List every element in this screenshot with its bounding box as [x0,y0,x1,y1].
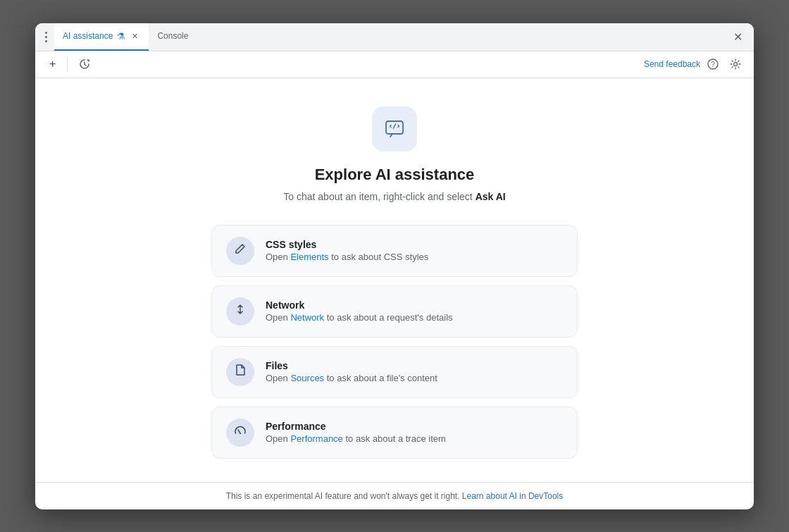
elements-link[interactable]: Elements [290,252,328,262]
files-icon-wrap [226,358,254,386]
network-icon-wrap [226,297,254,326]
window-close-button[interactable]: ✕ [728,27,748,47]
network-card-text: Network Open Network to ask about a requ… [266,299,453,323]
subtitle-ask-ai: Ask AI [476,191,506,202]
network-link[interactable]: Network [290,312,324,323]
tab-console-label: Console [157,31,188,41]
performance-icon-wrap [226,419,254,447]
svg-rect-3 [386,121,403,134]
gauge-icon [234,424,247,440]
svg-text:?: ? [711,61,715,68]
network-card-title: Network [266,299,453,311]
css-styles-icon-wrap [226,237,254,265]
pen-icon [234,242,247,259]
footer-text: This is an experimental AI feature and w… [226,491,462,501]
send-feedback-link[interactable]: Send feedback [644,59,700,69]
css-styles-card-title: CSS styles [266,239,428,250]
learn-about-ai-link[interactable]: Learn about AI in DevTools [462,491,563,501]
settings-button[interactable] [726,56,745,73]
devtools-window: AI assistance ⚗ ✕ Console ✕ + Send feedb… [35,23,754,509]
performance-card-text: Performance Open Performance to ask abou… [266,421,446,444]
toolbar-divider [67,57,68,71]
files-card-desc: Open Sources to ask about a file's conte… [266,373,437,383]
css-styles-card-text: CSS styles Open Elements to ask about CS… [266,239,428,262]
tab-close-button[interactable]: ✕ [130,31,140,42]
ai-chat-icon [383,118,406,140]
tab-bar: AI assistance ⚗ ✕ Console [54,23,728,51]
performance-link[interactable]: Performance [290,433,342,444]
dots-menu[interactable] [41,29,51,45]
toolbar-right: Send feedback ? [644,56,745,73]
svg-point-4 [240,433,241,434]
sources-link[interactable]: Sources [290,373,324,383]
card-css-styles[interactable]: CSS styles Open Elements to ask about CS… [211,225,578,277]
files-card-text: Files Open Sources to ask about a file's… [266,360,437,383]
card-performance[interactable]: Performance Open Performance to ask abou… [211,407,578,459]
main-content: Explore AI assistance To chat about an i… [35,78,754,482]
performance-card-title: Performance [266,421,446,432]
network-card-desc: Open Network to ask about a request's de… [266,312,453,323]
add-button[interactable]: + [44,55,61,73]
help-button[interactable]: ? [703,56,723,73]
subtitle-prefix: To chat about an item, right-click and s… [283,191,475,202]
footer: This is an experimental AI feature and w… [35,482,754,509]
explore-title: Explore AI assistance [315,166,475,184]
ai-icon-container [372,106,417,151]
files-card-title: Files [266,360,437,371]
performance-card-desc: Open Performance to ask about a trace it… [266,433,446,444]
explore-subtitle: To chat about an item, right-click and s… [283,191,505,202]
tab-ai-assistance-label: AI assistance [63,31,113,41]
card-network[interactable]: Network Open Network to ask about a requ… [211,285,578,338]
arrows-icon [234,303,247,319]
cards-list: CSS styles Open Elements to ask about CS… [211,225,578,459]
css-styles-card-desc: Open Elements to ask about CSS styles [266,252,428,262]
svg-point-2 [734,63,738,66]
history-button[interactable] [73,56,96,73]
flask-icon: ⚗ [117,31,125,42]
toolbar: + Send feedback ? [35,51,754,78]
tab-console[interactable]: Console [149,23,197,51]
tab-ai-assistance[interactable]: AI assistance ⚗ ✕ [54,23,149,51]
card-files[interactable]: Files Open Sources to ask about a file's… [211,346,578,398]
title-bar: AI assistance ⚗ ✕ Console ✕ [35,23,754,51]
file-icon [234,364,247,380]
